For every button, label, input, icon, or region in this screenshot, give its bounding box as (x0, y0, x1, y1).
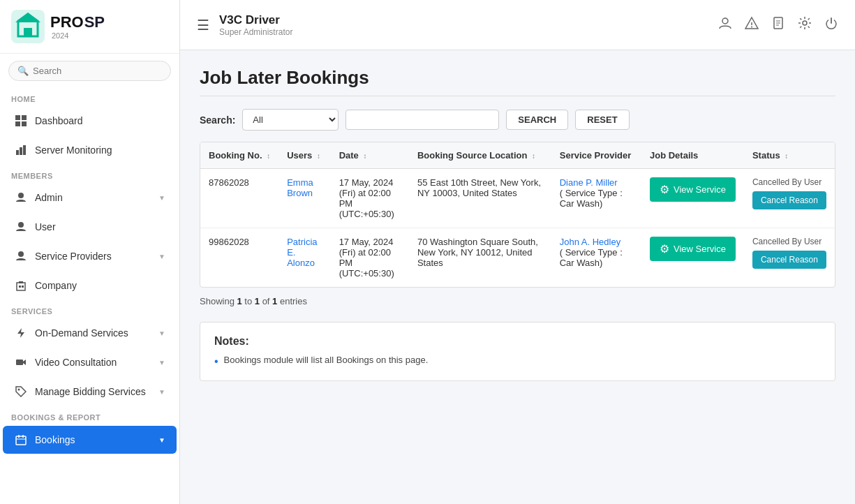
col-users[interactable]: Users ↕ (278, 142, 330, 169)
pagination-from: 1 (237, 296, 241, 306)
power-icon[interactable] (824, 16, 838, 34)
sidebar-item-video-consultation[interactable]: Video Consultation ▼ (3, 348, 177, 376)
notes-bullet-icon: • (214, 355, 218, 368)
lightning-icon (14, 326, 28, 340)
chevron-down-icon-on-demand: ▼ (158, 329, 165, 337)
person-icon-admin (14, 191, 28, 205)
sort-icon-date: ↕ (363, 152, 366, 160)
provider-link-2[interactable]: John A. Hedley (560, 237, 620, 247)
col-date[interactable]: Date ↕ (331, 142, 409, 169)
header-subtitle: Super Administrator (219, 27, 292, 37)
table-body: 87862028 Emma Brown 17 May, 2024 (Fri) a… (200, 169, 835, 288)
svg-rect-16 (22, 286, 24, 288)
col-status[interactable]: Status ↕ (744, 142, 835, 169)
svg-rect-8 (16, 150, 19, 155)
sidebar-item-admin[interactable]: Admin ▼ (3, 184, 177, 212)
search-button[interactable]: SEARCH (506, 110, 568, 130)
svg-point-21 (18, 389, 20, 391)
document-icon[interactable] (771, 16, 785, 34)
cell-date-1: 17 May, 2024 (Fri) at 02:00 PM (UTC:+05:… (331, 169, 409, 228)
header-title: V3C Driver (219, 13, 292, 27)
grid-icon (14, 114, 28, 128)
notes-title: Notes: (214, 335, 821, 348)
status-cell-1: Cancelled By User Cancel Reason (752, 177, 826, 209)
cell-location-2: 70 Washington Square South, New York, NY… (409, 228, 551, 288)
status-cell-2: Cancelled By User Cancel Reason (752, 237, 826, 269)
notes-item-text: Bookings module will list all Bookings o… (224, 355, 429, 365)
sort-icon-location: ↕ (532, 152, 535, 160)
col-provider: Service Provider (551, 142, 641, 169)
user-link-1[interactable]: Emma Brown (287, 177, 313, 198)
settings-icon[interactable] (798, 16, 812, 34)
section-label-bookings: BOOKINGS & REPORT (0, 406, 179, 424)
logo-year: 2024 (52, 31, 105, 40)
calendar-icon (14, 433, 28, 447)
svg-point-29 (751, 27, 752, 28)
sidebar-item-video-consultation-label: Video Consultation (35, 357, 158, 368)
cancelled-by-user-2: Cancelled By User (752, 237, 826, 246)
svg-marker-18 (17, 328, 24, 338)
content-area: Job Later Bookings Search: All Booking N… (180, 50, 855, 504)
profile-icon[interactable] (718, 16, 732, 34)
user-link-2[interactable]: Patricia E. Alonzo (287, 237, 317, 268)
provider-service-type-1: ( Service Type : Car Wash) (560, 188, 623, 209)
sidebar-item-company[interactable]: Company (3, 272, 177, 299)
header-title-group: V3C Driver Super Administrator (219, 13, 292, 37)
svg-marker-20 (23, 360, 26, 365)
sidebar-item-manage-bidding[interactable]: Manage Bidding Services ▼ (3, 378, 177, 406)
cancel-reason-button-1[interactable]: Cancel Reason (752, 191, 826, 209)
sidebar-item-bookings[interactable]: Bookings ▼ (3, 426, 177, 454)
search-input[interactable] (345, 110, 499, 130)
sidebar-item-on-demand[interactable]: On-Demand Services ▼ (3, 319, 177, 347)
cell-status-1: Cancelled By User Cancel Reason (744, 169, 835, 228)
logo-pro: PRO (50, 13, 84, 31)
sidebar-item-bookings-label: Bookings (35, 434, 158, 445)
sidebar-logo: PROSP 2024 (0, 0, 179, 54)
sidebar-item-service-providers-label: Service Providers (35, 251, 158, 262)
chevron-down-icon-sp: ▼ (158, 253, 165, 260)
chevron-down-icon-bookings: ▼ (158, 436, 165, 444)
logo-icon (11, 10, 45, 43)
view-service-button-1[interactable]: ⚙ View Service (650, 177, 736, 202)
notes-list-item: • Bookings module will list all Bookings… (214, 355, 821, 368)
alert-icon[interactable] (745, 16, 759, 34)
hamburger-icon[interactable]: ☰ (197, 17, 209, 34)
table-row: 87862028 Emma Brown 17 May, 2024 (Fri) a… (200, 169, 835, 228)
pagination-total: 1 (272, 296, 277, 306)
notes-box: Notes: • Bookings module will list all B… (200, 322, 835, 381)
sidebar-item-server-monitoring[interactable]: Server Monitoring (3, 136, 177, 164)
page-title: Job Later Bookings (200, 67, 835, 89)
sidebar-item-user[interactable]: User (3, 213, 177, 241)
search-icon: 🔍 (17, 66, 29, 76)
sidebar-item-on-demand-label: On-Demand Services (35, 327, 158, 339)
search-select[interactable]: All Booking No. User Date Service Provid… (242, 109, 339, 131)
header: ☰ V3C Driver Super Administrator (180, 0, 855, 50)
sidebar-item-service-providers[interactable]: Service Providers ▼ (3, 242, 177, 270)
chevron-down-icon-video: ▼ (158, 359, 165, 366)
svg-point-34 (803, 21, 807, 25)
header-left: ☰ V3C Driver Super Administrator (197, 13, 292, 37)
provider-link-1[interactable]: Diane P. Miller (560, 177, 618, 188)
col-location[interactable]: Booking Source Location ↕ (409, 142, 551, 169)
col-job-details: Job Details (641, 142, 744, 169)
sidebar-item-user-label: User (35, 221, 165, 232)
notes-list: • Bookings module will list all Bookings… (214, 355, 821, 368)
svg-rect-10 (23, 145, 26, 155)
sidebar-item-dashboard[interactable]: Dashboard (3, 107, 177, 135)
video-icon (14, 355, 28, 369)
pagination-to: 1 (255, 296, 260, 306)
cancel-reason-button-2[interactable]: Cancel Reason (752, 251, 826, 269)
view-service-label-1: View Service (674, 184, 726, 195)
col-booking-no[interactable]: Booking No. ↕ (200, 142, 278, 169)
cell-booking-no-2: 99862028 (200, 228, 278, 288)
view-service-button-2[interactable]: ⚙ View Service (650, 237, 736, 261)
reset-button[interactable]: RESET (575, 110, 629, 130)
svg-point-11 (18, 193, 24, 198)
cell-job-details-1: ⚙ View Service (641, 169, 744, 228)
sidebar-search-container[interactable]: 🔍 (8, 61, 171, 81)
person-icon-sp (14, 249, 28, 263)
svg-point-26 (722, 18, 728, 24)
svg-rect-5 (22, 115, 27, 120)
sidebar-search-input[interactable] (33, 66, 162, 76)
chevron-down-icon: ▼ (158, 194, 165, 202)
